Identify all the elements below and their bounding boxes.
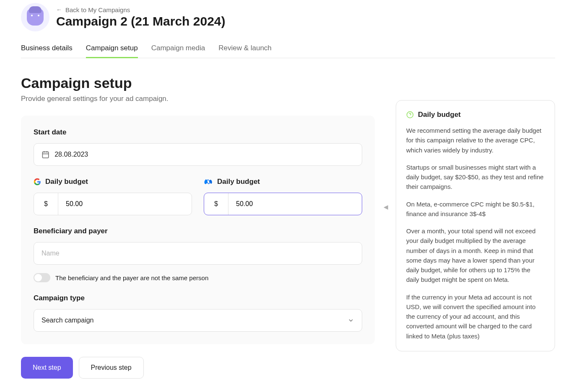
campaign-title: Campaign 2 (21 March 2024)	[56, 14, 226, 28]
tab-business-details[interactable]: Business details	[21, 44, 73, 58]
google-budget-label: Daily budget	[45, 178, 88, 186]
page-title: Campaign setup	[21, 75, 375, 91]
info-paragraph: If the currency in your Meta ad account …	[406, 292, 545, 341]
info-paragraph: Over a month, your total spend will not …	[406, 226, 545, 285]
beneficiary-field[interactable]	[42, 250, 354, 257]
chevron-down-icon	[348, 317, 354, 324]
pointer-left-icon: ◀	[384, 204, 388, 210]
campaign-type-value: Search campaign	[42, 317, 94, 324]
left-arrow-icon: ←	[56, 6, 62, 13]
page-subtitle: Provide general settings for your ad cam…	[21, 95, 375, 103]
calendar-icon	[42, 150, 49, 159]
beneficiary-input[interactable]	[34, 242, 362, 265]
info-paragraph: Startups or small businesses might start…	[406, 162, 545, 192]
beneficiary-label: Beneficiary and payer	[34, 227, 362, 235]
meta-budget-field[interactable]	[228, 193, 362, 215]
beneficiary-toggle[interactable]	[34, 273, 50, 282]
meta-currency-symbol: $	[204, 193, 228, 215]
next-step-button[interactable]: Next step	[21, 357, 73, 379]
google-budget-field[interactable]	[58, 193, 192, 215]
info-panel: ◀ Daily budget We recommend setting the …	[396, 100, 555, 351]
meta-budget-input[interactable]: $	[204, 193, 362, 215]
previous-step-button[interactable]: Previous step	[79, 357, 144, 379]
meta-budget-label: Daily budget	[217, 178, 260, 186]
google-budget-input[interactable]: $	[34, 193, 192, 215]
info-title: Daily budget	[418, 111, 461, 119]
campaign-type-select[interactable]: Search campaign	[34, 309, 362, 332]
google-currency-symbol: $	[34, 193, 58, 215]
start-date-field[interactable]	[54, 151, 354, 158]
tab-campaign-media[interactable]: Campaign media	[151, 44, 205, 58]
info-paragraph: We recommend setting the average daily b…	[406, 126, 545, 155]
campaign-type-label: Campaign type	[34, 294, 362, 302]
start-date-label: Start date	[34, 128, 362, 137]
google-icon	[34, 178, 41, 186]
back-link[interactable]: ← Back to My Campaigns	[56, 6, 226, 13]
beneficiary-toggle-label: The beneficiary and the payer are not th…	[55, 274, 208, 281]
info-paragraph: On Meta, e-commerce CPC might be $0.5-$1…	[406, 199, 545, 219]
back-link-label: Back to My Campaigns	[65, 6, 130, 13]
form-card: Start date	[21, 116, 375, 344]
avatar-image	[27, 9, 44, 26]
tabs: Business details Campaign setup Campaign…	[21, 44, 555, 58]
help-circle-icon	[406, 111, 414, 119]
avatar	[21, 3, 49, 31]
svg-rect-0	[42, 152, 48, 158]
meta-icon	[204, 179, 213, 185]
tab-review-launch[interactable]: Review & launch	[218, 44, 272, 58]
tab-campaign-setup[interactable]: Campaign setup	[86, 44, 138, 58]
start-date-input[interactable]	[34, 143, 362, 166]
